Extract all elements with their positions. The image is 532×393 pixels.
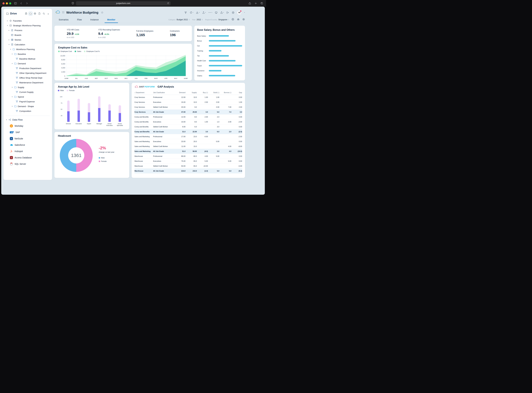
- sidebar-item-current-supply[interactable]: Current Supply: [5, 90, 51, 94]
- present-icon[interactable]: [215, 11, 217, 14]
- chevron-down-icon[interactable]: ▾: [11, 96, 13, 98]
- sidebar-item-composition[interactable]: Composition: [5, 109, 51, 113]
- column-header-borrow[interactable]: Borrow (-): [219, 92, 231, 93]
- column-header-job-clasifcation[interactable]: Job Clasifcation: [153, 92, 174, 93]
- document-icon[interactable]: [38, 12, 41, 15]
- gap-row[interactable]: Corp ServicesAll Job Grade47.0029.003.05…: [134, 110, 242, 114]
- tabs-overview-icon[interactable]: [260, 2, 263, 5]
- gap-table-header[interactable]: ▾DepartmentJob ClasifcationDemandSupplyB…: [134, 90, 242, 95]
- sidebar-item-calculation[interactable]: ▾Calculation: [5, 42, 51, 47]
- sidebar-item-spend[interactable]: ▾Spend: [5, 94, 51, 99]
- sidebar-item-stories[interactable]: ▸Stories: [5, 37, 51, 42]
- tab-instance[interactable]: Instance: [86, 16, 103, 23]
- address-bar[interactable]: justperform.com: [76, 1, 171, 5]
- sidebar-toggle-icon[interactable]: [14, 2, 17, 5]
- add-icon[interactable]: [231, 18, 234, 21]
- gap-row[interactable]: Comp and BenefitsExecutives10.008.01.001…: [134, 119, 242, 124]
- tab-scenarios[interactable]: Scenarios: [54, 16, 73, 23]
- chevron-down-icon[interactable]: ▾: [11, 105, 13, 107]
- gap-row[interactable]: Sales and MarketingExecutives23.0020.05.…: [134, 139, 242, 144]
- share-up-icon[interactable]: ▾: [220, 11, 224, 14]
- data-flow-item-hubspot[interactable]: Hubspot: [4, 148, 52, 154]
- sidebar-item-demand[interactable]: ▾Demand: [5, 61, 51, 66]
- collapse-icon[interactable]: «: [46, 12, 50, 15]
- avatar[interactable]: SB: [237, 10, 241, 15]
- tab-monitor[interactable]: Monitor: [103, 16, 120, 23]
- clipboard-icon[interactable]: [24, 12, 28, 15]
- column-header-department[interactable]: ▾Department: [134, 92, 153, 93]
- chevron-right-icon[interactable]: ▸: [8, 29, 10, 31]
- sidebar-item-data-flow[interactable]: ▾ Data Flow: [4, 117, 52, 123]
- sync-icon[interactable]: ▾: [190, 11, 193, 14]
- column-header-supply[interactable]: Supply: [185, 92, 197, 93]
- sidebar-item-demand-shape[interactable]: ▾Demand - Shape: [5, 104, 51, 109]
- column-header-gap[interactable]: Gap: [231, 92, 242, 93]
- column-header-buy[interactable]: Buy (-): [197, 92, 208, 93]
- sidebar-item-workforce-planning[interactable]: ▾Workforce Planning: [5, 47, 51, 52]
- folder-icon[interactable]: [29, 12, 32, 15]
- tab-flow[interactable]: Flow: [73, 16, 86, 23]
- gap-row[interactable]: Comp and BenefitsProfessional12.008.02.0…: [134, 114, 242, 119]
- gap-row[interactable]: Corp ServicesExecutives15.0010.02.002.00…: [134, 100, 242, 105]
- sidebar-item-baseline-method[interactable]: Baseline Method: [5, 56, 51, 61]
- share-icon[interactable]: [248, 2, 251, 5]
- avatar-chevron-down-icon[interactable]: ▾: [244, 12, 245, 13]
- sidebar-item-payroll-expense[interactable]: Payroll Expense: [5, 99, 51, 104]
- column-header-build[interactable]: Build (-): [208, 92, 219, 93]
- sidebar-item-maintenance-department[interactable]: Maintenance Department: [5, 80, 51, 85]
- data-flow-item-workday[interactable]: WWorkday: [4, 123, 52, 129]
- sidebar-item-supply[interactable]: ▾Supply: [5, 85, 51, 90]
- chevron-down-icon[interactable]: ▾: [10, 49, 11, 50]
- filter-icon[interactable]: [184, 11, 187, 14]
- settings-icon[interactable]: [242, 18, 245, 21]
- new-tab-icon[interactable]: [254, 2, 257, 5]
- chevron-right-icon[interactable]: ▸: [8, 39, 10, 40]
- cube-icon[interactable]: [33, 12, 37, 15]
- gap-row[interactable]: Sales and MarketingProfessional17.0023.0…: [134, 134, 242, 139]
- export-icon[interactable]: ▾: [202, 11, 206, 14]
- chevron-down-icon[interactable]: ▾: [11, 87, 13, 88]
- chevron-right-icon[interactable]: ▸: [7, 20, 8, 22]
- gap-row[interactable]: Comp and BenefitsSkilled Craft Worker9.0…: [134, 124, 242, 129]
- sidebar-item-baseline[interactable]: ▾Baseline: [5, 52, 51, 56]
- data-flow-item-salesforce[interactable]: Salesforce: [4, 142, 52, 148]
- sidebar-item-process[interactable]: ▸Process: [5, 28, 51, 33]
- back-icon[interactable]: [20, 2, 23, 5]
- gap-row[interactable]: Comp and BenefitsAll Job Grade31.022.003…: [134, 129, 242, 134]
- column-header-demand[interactable]: Demand: [174, 92, 185, 93]
- gap-row[interactable]: Corp ServicesSkilled Craft Worker20.009.…: [134, 105, 242, 110]
- more-icon[interactable]: ···▾: [208, 12, 212, 13]
- gap-row[interactable]: Sales and MarketingAll Job Grade51.058.0…: [134, 149, 242, 154]
- data-flow-item-access-database[interactable]: AAccess Database: [4, 154, 52, 161]
- chevron-down-icon[interactable]: ▾: [6, 119, 7, 121]
- reload-icon[interactable]: [167, 2, 169, 5]
- gap-row[interactable]: WarehouseAll Job Grade214.0210.0(1.0)5.0…: [134, 168, 242, 173]
- sidebar-item-office-shop-rental-dept[interactable]: Office Shop Rental Dept: [5, 75, 51, 80]
- gap-row[interactable]: WarehouseSkilled Craft Worker50.0065.0-1…: [134, 164, 242, 168]
- chevron-down-icon[interactable]: ▾: [8, 44, 10, 45]
- data-flow-item-netsuite[interactable]: NNetSuite: [4, 135, 52, 142]
- search-icon[interactable]: [42, 12, 46, 15]
- sidebar-item-other-operating-department[interactable]: Other Operating Department: [5, 71, 51, 75]
- close-window-button[interactable]: [3, 2, 5, 5]
- chevron-down-icon[interactable]: ▾: [11, 53, 13, 55]
- filter-year[interactable]: Year2022▴▾: [192, 19, 202, 21]
- sign-out-icon[interactable]: [226, 11, 229, 14]
- data-flow-item-sap[interactable]: SAPSAP: [4, 129, 52, 135]
- gap-row[interactable]: WarehouseExecutives75.0065.05.005.000.00: [134, 159, 242, 164]
- gap-row[interactable]: Corp ServicesProfessional12.0010.01.001.…: [134, 95, 242, 100]
- lookup-icon[interactable]: [237, 18, 240, 21]
- favorite-star-icon[interactable]: [101, 11, 103, 14]
- app-launcher-icon[interactable]: [62, 11, 64, 14]
- filter-region-country[interactable]: Region/CountrySingapore▴▾: [205, 19, 229, 21]
- sidebar-item-strategic-workforce-planning[interactable]: ▾SWStrategic Workforce Planning: [5, 23, 51, 28]
- gap-row[interactable]: Sales and MarketingSkilled Craft Worker1…: [134, 144, 242, 149]
- chevron-down-icon[interactable]: ▾: [11, 63, 13, 64]
- sidebar-item-production-department[interactable]: Production Department: [5, 66, 51, 71]
- sidebar-item-boards[interactable]: Boards: [5, 33, 51, 37]
- chevron-down-icon[interactable]: ▾: [7, 25, 8, 26]
- zoom-window-button[interactable]: [9, 2, 11, 5]
- filter-category[interactable]: CategoryBudget 2022▴▾: [168, 19, 190, 21]
- data-flow-item-sql-server[interactable]: SQL Server: [4, 161, 52, 167]
- minimize-window-button[interactable]: [6, 2, 8, 5]
